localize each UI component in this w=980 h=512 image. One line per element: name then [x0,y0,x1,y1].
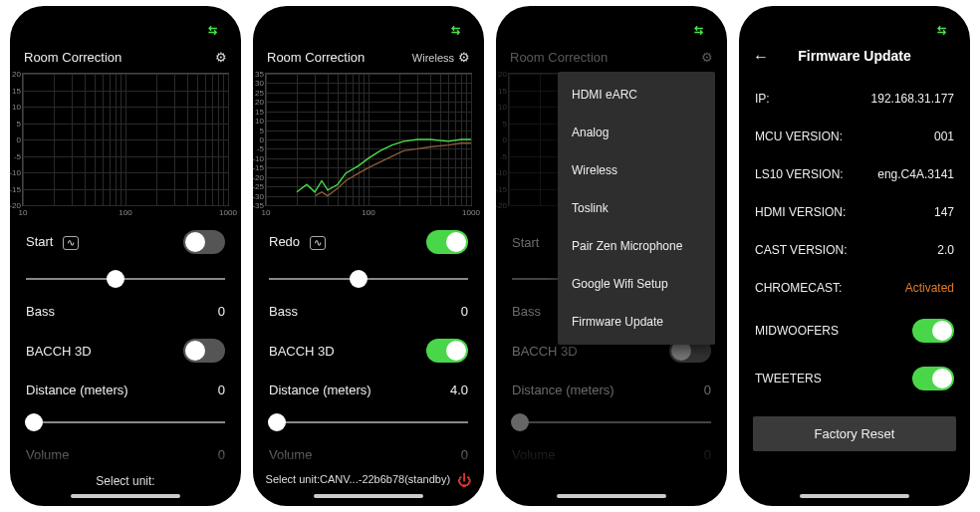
section-header: Room Correction ⚙ [506,38,717,73]
action-toggle[interactable] [426,230,468,254]
status-bar: ⇆ [20,22,231,38]
phone-2: ⇆ Room Correction Wireless ⚙ 35302520151… [253,6,484,506]
distance-value: 0 [218,383,225,397]
volume-row: Volume 0 [506,437,717,472]
menu-item[interactable]: HDMI eARC [558,76,715,114]
distance-slider[interactable] [26,411,225,433]
page-title: Room Correction [267,50,365,65]
select-unit-button[interactable]: Select unit: [96,474,154,488]
menu-item[interactable]: Wireless [558,151,715,189]
power-icon[interactable]: ⏻ [457,472,471,488]
bacch-row: BACCH 3D [263,329,474,373]
factory-reset-button[interactable]: Factory Reset [753,416,956,451]
info-label: CHROMECAST: [755,281,842,295]
bass-label: Bass [512,304,541,319]
firmware-header: ← Firmware Update [749,38,960,80]
midwoofers-label: MIDWOOFERS [755,324,839,338]
main-slider[interactable] [269,268,468,290]
distance-label: Distance (meters) [26,383,128,397]
distance-row: Distance (meters) 0 [20,373,231,407]
home-indicator [800,494,909,498]
gear-icon: ⚙ [458,50,470,65]
distance-label: Distance (meters) [269,383,371,397]
page-title: Room Correction [510,50,608,65]
bass-row: Bass 0 [263,294,474,329]
phone-3: ⇆ Room Correction ⚙ 20151050-5-10-15-20 … [496,6,727,506]
menu-item[interactable]: Firmware Update [558,303,715,341]
phone-4: ⇆ ← Firmware Update IP:192.168.31.177MCU… [739,6,970,506]
bacch-toggle[interactable] [426,339,468,363]
action-row: Start ∿ [20,220,231,264]
info-value: Activated [905,281,954,295]
battery-icon: ⇆ [937,24,946,37]
info-label: LS10 VERSION: [755,167,844,181]
bacch-row: BACCH 3D [20,329,231,373]
bacch-label: BACCH 3D [269,344,335,359]
bacch-label: BACCH 3D [512,344,578,359]
volume-label: Volume [26,447,69,462]
section-header: Room Correction ⚙ [20,38,231,73]
phone-1: ⇆ Room Correction ⚙ 20151050-5-10-15-201… [10,6,241,506]
bottom-bar [496,480,727,506]
status-bar: ⇆ [506,22,717,38]
gear-icon[interactable]: ⚙ [701,50,713,65]
source-label[interactable]: Wireless ⚙ [412,50,470,65]
info-label: HDMI VERSION: [755,205,846,219]
response-chart: 35302520151050-5-10-15-20-25-30-35101001… [265,73,472,206]
menu-item[interactable]: Pair Zen Microphone [558,227,715,265]
bottom-bar: Select unit: [10,466,241,506]
distance-slider[interactable] [269,411,468,433]
status-bar: ⇆ [263,22,474,38]
battery-icon: ⇆ [694,24,703,37]
bass-value: 0 [218,304,225,319]
settings-menu: HDMI eARCAnalogWirelessToslinkPair Zen M… [558,72,715,345]
bacch-toggle[interactable] [183,339,225,363]
info-label: MCU VERSION: [755,129,843,143]
main-slider[interactable] [26,268,225,290]
pulse-icon: ∿ [63,236,79,250]
midwoofers-toggle[interactable] [912,319,954,343]
home-indicator [314,494,423,498]
status-bar: ⇆ [749,22,960,38]
info-value: 001 [934,129,954,143]
info-value: 147 [934,205,954,219]
info-label: CAST VERSION: [755,243,847,257]
bass-label: Bass [26,304,55,319]
section-header: Room Correction Wireless ⚙ [263,38,474,73]
battery-icon: ⇆ [208,24,217,37]
action-toggle[interactable] [183,230,225,254]
volume-value: 0 [704,447,711,462]
tweeters-toggle[interactable] [912,367,954,390]
midwoofers-row: MIDWOOFERS [749,307,960,355]
distance-label: Distance (meters) [512,383,614,397]
menu-item[interactable]: Google Wifi Setup [558,265,715,303]
back-icon[interactable]: ← [753,48,769,66]
response-chart: 20151050-5-10-15-20101001000 [22,73,229,206]
menu-item[interactable]: Toslink [558,189,715,227]
page-title: Room Correction [24,50,122,65]
menu-item[interactable]: Analog [558,114,715,151]
volume-label: Volume [512,447,555,462]
select-unit-button[interactable]: Select unit:CANV...-22b6b78(standby) [266,473,450,485]
info-value: eng.C4A.3141 [877,167,954,181]
gear-icon[interactable]: ⚙ [215,50,227,65]
info-row: CHROMECAST:Activated [749,269,960,307]
bass-label: Bass [269,304,298,319]
battery-icon: ⇆ [451,24,460,37]
home-indicator [557,494,666,498]
info-value: 2.0 [937,243,954,257]
distance-value: 4.0 [450,383,468,397]
distance-row: Distance (meters) 4.0 [263,373,474,407]
info-row: LS10 VERSION:eng.C4A.3141 [749,155,960,193]
distance-slider[interactable] [512,411,711,433]
volume-value: 0 [218,447,225,462]
info-row: CAST VERSION:2.0 [749,231,960,269]
bottom-bar: Select unit:CANV...-22b6b78(standby) ⏻ [253,464,484,506]
action-label: Start [512,235,539,250]
info-value: 192.168.31.177 [871,92,954,106]
info-label: IP: [755,92,770,106]
bottom-bar [739,480,970,506]
tweeters-row: TWEETERS [749,355,960,402]
volume-value: 0 [461,447,468,462]
action-label: Start [26,234,53,249]
